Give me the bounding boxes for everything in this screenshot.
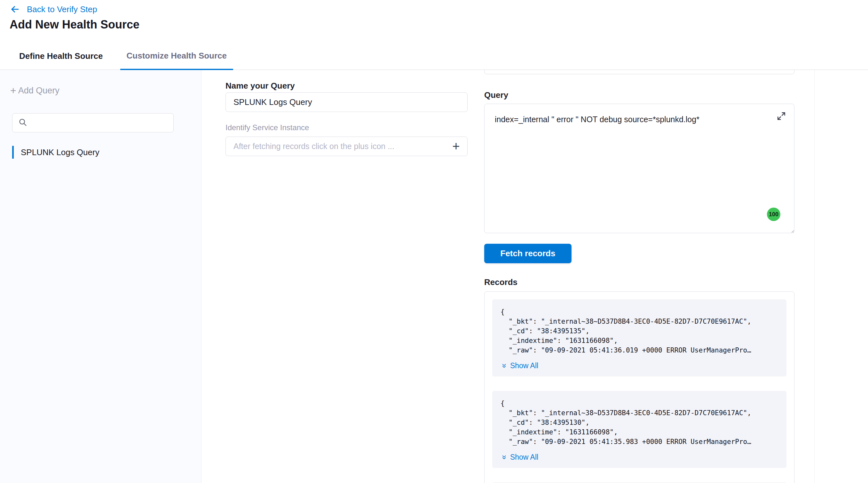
page-header: Back to Verify Step Add New Health Sourc… — [0, 0, 868, 70]
records-label: Records — [484, 277, 518, 287]
query-editor: index=_internal " error " NOT debug sour… — [484, 103, 795, 233]
tab-customize-health-source[interactable]: Customize Health Source — [120, 42, 234, 70]
fetch-records-button[interactable]: Fetch records — [484, 244, 571, 263]
identify-service-instance-label: Identify Service Instance — [225, 123, 309, 132]
record-line: "_raw": "09-09-2021 05:41:36.019 +0000 E… — [500, 345, 778, 355]
record-line: "_raw": "09-09-2021 05:41:35.983 +0000 E… — [500, 437, 778, 447]
double-chevron-down-icon: » — [500, 364, 508, 368]
show-all-link[interactable]: » Show All — [502, 361, 538, 370]
search-icon — [18, 118, 27, 128]
records-panel: { "_bkt": "_internal~38~D537D8B4-3EC0-4D… — [484, 292, 795, 483]
tab-bar: Define Health Source Customize Health So… — [0, 42, 868, 70]
query-search-box[interactable] — [12, 113, 174, 132]
char-count-badge: 100 — [767, 208, 780, 221]
query-textarea[interactable]: index=_internal " error " NOT debug sour… — [484, 103, 795, 233]
content-area: + Add Query SPLUNK Logs Query Name your … — [0, 70, 868, 483]
cropped-field-above[interactable] — [484, 70, 795, 74]
record-card: { "_bkt": "_internal~38~D537D8B4-3EC0-4D… — [492, 299, 786, 376]
show-all-link[interactable]: » Show All — [502, 453, 538, 461]
record-line: "_cd": "38:4395135", — [500, 326, 778, 336]
double-chevron-down-icon: » — [500, 455, 508, 460]
sidebar-item-splunk-logs-query[interactable]: SPLUNK Logs Query — [12, 146, 99, 159]
service-instance-field: + — [225, 137, 468, 156]
query-item-label: SPLUNK Logs Query — [21, 147, 99, 157]
record-line: "_cd": "38:4395130", — [500, 418, 778, 427]
record-line: "_indextime": "1631166098", — [500, 336, 778, 345]
tab-define-health-source[interactable]: Define Health Source — [18, 42, 104, 69]
query-label: Query — [484, 90, 508, 100]
back-link-label[interactable]: Back to Verify Step — [27, 4, 97, 14]
plus-icon: + — [10, 85, 16, 96]
show-all-label: Show All — [510, 361, 538, 370]
selected-indicator-bar — [12, 146, 14, 159]
add-service-instance-plus-icon[interactable]: + — [445, 137, 467, 156]
service-instance-input[interactable] — [226, 142, 445, 151]
query-name-input[interactable] — [225, 92, 468, 112]
back-to-verify-link[interactable]: Back to Verify Step — [9, 4, 97, 15]
record-line: { — [500, 307, 778, 317]
search-input[interactable] — [32, 118, 167, 127]
name-your-query-label: Name your Query — [225, 81, 295, 91]
page-title: Add New Health Source — [9, 18, 140, 31]
record-line: { — [500, 398, 778, 408]
arrow-left-icon — [9, 4, 21, 15]
query-sidebar: + Add Query SPLUNK Logs Query — [0, 70, 202, 483]
expand-query-icon[interactable] — [774, 109, 789, 123]
add-query-button[interactable]: + Add Query — [10, 85, 60, 96]
record-line: "_bkt": "_internal~38~D537D8B4-3EC0-4D5E… — [500, 317, 778, 326]
record-card: { "_bkt": "_internal~38~D537D8B4-3EC0-4D… — [492, 391, 786, 468]
record-line: "_bkt": "_internal~38~D537D8B4-3EC0-4D5E… — [500, 408, 778, 418]
add-query-label: Add Query — [18, 86, 60, 96]
show-all-label: Show All — [510, 453, 538, 461]
record-line: "_indextime": "1631166098", — [500, 427, 778, 437]
